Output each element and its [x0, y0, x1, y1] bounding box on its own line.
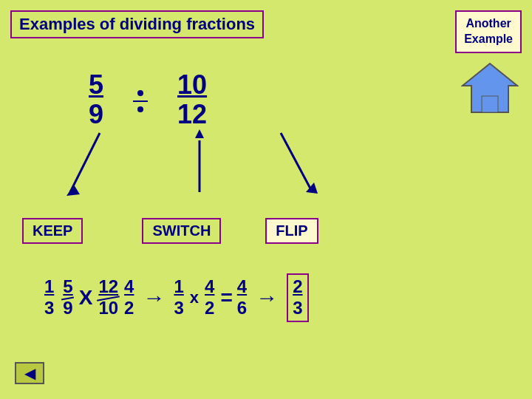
dot-top — [137, 90, 143, 96]
left-fraction: 5 9 — [89, 70, 103, 129]
labels-row: KEEP SWITCH FLIP — [22, 218, 318, 244]
switch-label: SWITCH — [142, 218, 221, 244]
another-example-button[interactable]: AnotherExample — [455, 10, 522, 53]
multiply-x: X — [79, 286, 93, 310]
another-example-label: AnotherExample — [464, 17, 513, 45]
right-fraction-denominator: 12 — [177, 100, 207, 129]
svg-line-2 — [70, 133, 100, 192]
dot-bottom — [137, 106, 143, 112]
keep-label: KEEP — [22, 218, 83, 244]
division-line — [133, 100, 148, 102]
left-fraction-numerator: 5 — [89, 70, 103, 100]
right-fraction-numerator: 10 — [177, 70, 207, 100]
left-fraction-denominator: 9 — [89, 100, 103, 129]
home-button[interactable] — [461, 61, 519, 114]
result-fraction: 2 3 — [287, 273, 308, 322]
right-fraction: 10 12 — [177, 70, 207, 129]
equals-sign: = — [220, 286, 231, 310]
eq-fraction-4: 4 2 — [124, 276, 134, 319]
eq-fraction-2: 5 9 — [63, 276, 72, 319]
arrow-right-2: → — [256, 285, 278, 310]
arrow-right-1: → — [143, 285, 165, 310]
title-box: Examples of dividing fractions — [10, 10, 264, 38]
svg-rect-1 — [482, 96, 498, 112]
arrows-svg — [37, 129, 406, 225]
page-title: Examples of dividing fractions — [19, 15, 255, 33]
equation-row: 1 3 5 9 X 12 10 4 2 → 1 3 x 4 2 = 4 6 → … — [44, 273, 309, 322]
svg-marker-5 — [195, 129, 204, 138]
back-icon: ◀ — [24, 364, 35, 382]
eq-fraction-1: 1 3 — [44, 276, 54, 319]
back-button[interactable]: ◀ — [15, 362, 44, 384]
multiply-x2: x — [190, 288, 199, 307]
division-symbol — [133, 90, 148, 112]
svg-marker-3 — [66, 185, 80, 196]
svg-line-6 — [281, 133, 310, 188]
eq-fraction-3: 12 10 — [98, 276, 118, 319]
eq-fraction-7: 4 6 — [237, 276, 247, 319]
main-fraction-area: 5 9 10 12 — [89, 70, 207, 129]
flip-label: FLIP — [265, 218, 318, 244]
eq-fraction-6: 4 2 — [205, 276, 214, 319]
eq-fraction-5: 1 3 — [174, 276, 183, 319]
